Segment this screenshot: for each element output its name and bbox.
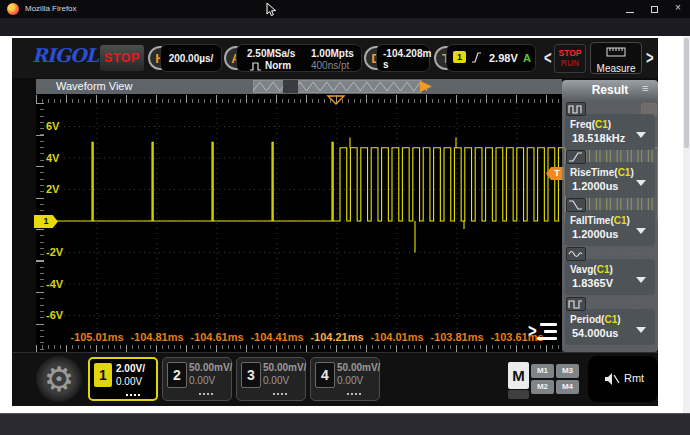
trigger-box[interactable]: 1 2.98V A [446, 44, 536, 72]
waveform-minimap[interactable] [253, 80, 435, 93]
dropdown-arrow-icon[interactable] [636, 277, 646, 283]
freq-icon [566, 102, 586, 116]
channel3-coupling-icon [273, 393, 289, 395]
math-button-base [508, 390, 529, 399]
channel1-scale: 2.00V/ [116, 363, 145, 374]
v-label: -6V [46, 309, 76, 321]
ruler-icon [606, 47, 626, 57]
math4-button[interactable]: M4 [556, 380, 579, 394]
delay-unit: s [383, 59, 389, 70]
toolbar-prev-icon[interactable]: < [544, 47, 552, 68]
channel4-button[interactable]: 4 50.00mV/ 0.00V [310, 357, 380, 401]
minimize-button[interactable] [626, 12, 634, 13]
channel2-coupling-icon [199, 393, 215, 395]
channel3-number: 3 [241, 362, 261, 388]
falltime-icon [566, 198, 586, 212]
trigger-flag: A [523, 52, 531, 64]
run-state-indicator[interactable]: STOP [100, 45, 144, 71]
measure-label: Measure [591, 63, 641, 74]
channel1-offset: 0.00V [116, 376, 142, 387]
run-label: RUN [555, 58, 585, 68]
v-label: 6V [46, 120, 76, 132]
channel3-offset: 0.00V [263, 375, 289, 386]
trigger-source-badge: 1 [453, 51, 466, 63]
timebase-value[interactable]: 200.00µs/ [160, 44, 222, 72]
measure-button[interactable]: Measure [590, 42, 642, 74]
channel4-number: 4 [315, 362, 335, 388]
result-menu-icon[interactable]: ≡ [642, 82, 648, 94]
window-title: Mozilla Firefox [25, 4, 77, 13]
channel4-coupling-icon [347, 393, 363, 395]
speaker-muted-icon [604, 372, 620, 386]
close-button[interactable]: × [675, 2, 681, 13]
channel1-button[interactable]: 1 2.00V/ 0.00V [88, 357, 158, 401]
rising-edge-icon [471, 51, 482, 64]
toolbar-next-icon[interactable]: > [646, 47, 654, 68]
scrollbar-thumb[interactable] [684, 38, 689, 148]
pulse-icon [249, 62, 262, 71]
dropdown-arrow-icon[interactable] [636, 180, 646, 186]
acquire-mode: Norm [265, 60, 291, 71]
channel1-coupling-icon [126, 394, 142, 396]
vavg-icon [566, 247, 586, 261]
channel2-offset: 0.00V [189, 375, 215, 386]
remote-indicator[interactable]: Rmt [588, 356, 658, 402]
sample-resolution: 400ns/pt [311, 60, 349, 71]
math1-button[interactable]: M1 [531, 364, 554, 378]
falltime-value: 1.2000us [572, 228, 618, 240]
top-ruler [36, 94, 562, 103]
channel2-number: 2 [167, 362, 187, 388]
channel4-scale: 50.00mV/ [337, 362, 380, 373]
trigger-position-marker[interactable] [326, 95, 346, 106]
mouse-cursor [266, 2, 278, 18]
vavg-value: 1.8365V [572, 277, 613, 289]
title-bar: Mozilla Firefox × [0, 0, 690, 18]
math3-button[interactable]: M3 [556, 364, 579, 378]
math2-button[interactable]: M2 [531, 380, 554, 394]
channel4-offset: 0.00V [337, 375, 363, 386]
risetime-icon [566, 150, 586, 164]
math-button[interactable]: M [508, 362, 529, 389]
v-label: 2V [46, 183, 76, 195]
channel2-button[interactable]: 2 50.00mV/ 0.00V [162, 357, 232, 401]
v-label: -2V [46, 246, 76, 258]
acquire-box[interactable]: 2.50MSa/s Norm 1.00Mpts 400ns/pt [236, 44, 362, 72]
channel2-scale: 50.00mV/ [189, 362, 232, 373]
dropdown-arrow-icon[interactable] [636, 132, 646, 138]
rigol-logo: RIGOL [32, 44, 98, 66]
stop-run-button[interactable]: STOP RUN [554, 44, 586, 73]
maximize-button[interactable] [651, 6, 658, 13]
channel1-number: 1 [94, 363, 112, 387]
stop-label: STOP [555, 48, 585, 58]
firefox-icon [7, 3, 19, 15]
url-bar: 192.168.178.67/control.html 120% ☆ ≡ [0, 18, 690, 36]
tab-strip-edge [36, 79, 48, 94]
delay-value: -104.208m [383, 48, 431, 59]
memory-depth: 1.00Mpts [311, 48, 354, 59]
tab-waveform-view[interactable]: Waveform View [56, 80, 132, 92]
channel3-scale: 50.00mV/ [263, 362, 306, 373]
dropdown-arrow-icon[interactable] [636, 228, 646, 234]
expand-menu-icon[interactable]: > [528, 320, 558, 344]
expand-chevron-glyph: > [528, 320, 537, 341]
sample-rate: 2.50MSa/s [247, 48, 295, 59]
rigol-gear-logo[interactable]: ⚙ [36, 356, 82, 402]
screenshot-root: Mozilla Firefox × 192.168.178.67/control… [0, 0, 690, 435]
remote-label: Rmt [624, 372, 644, 384]
v-label: 4V [46, 152, 76, 164]
period-icon [566, 297, 586, 311]
channel3-button[interactable]: 3 50.00mV/ 0.00V [236, 357, 306, 401]
v-label: -4V [46, 278, 76, 290]
trigger-level: 2.98V [489, 52, 518, 64]
risetime-value: 1.2000us [572, 180, 618, 192]
dropdown-arrow-icon[interactable] [636, 327, 646, 333]
delay-box[interactable]: -104.208m s [376, 44, 430, 72]
freq-value: 18.518kHz [572, 132, 625, 144]
period-value: 54.000us [572, 327, 618, 339]
find-bar: Alle hervorheben Groß-/Kleinschreibung A… [0, 413, 690, 435]
bottom-ruler [36, 345, 562, 352]
